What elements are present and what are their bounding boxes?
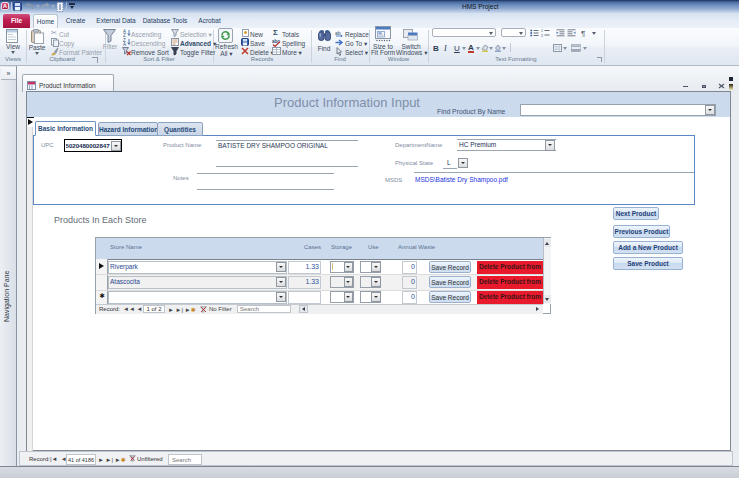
svg-text:2: 2 [541, 34, 543, 38]
svg-text:A: A [123, 42, 126, 46]
svg-text:Z: Z [123, 33, 126, 37]
svg-text:1: 1 [541, 29, 543, 33]
svg-text:ab: ab [335, 30, 341, 36]
